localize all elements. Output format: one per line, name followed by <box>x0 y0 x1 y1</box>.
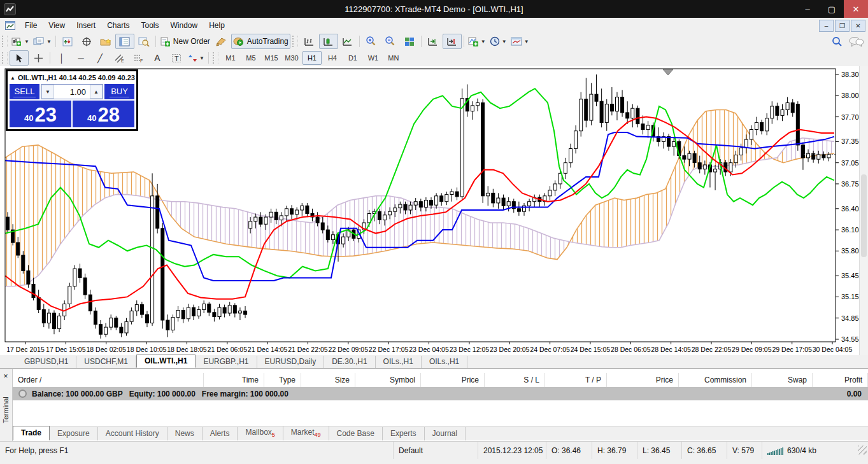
community-chat-icon[interactable] <box>849 36 864 47</box>
menu-file[interactable]: File <box>19 19 43 32</box>
timeframe-m1[interactable]: M1 <box>221 51 240 65</box>
chart-shift-button[interactable] <box>443 34 462 49</box>
sell-button[interactable]: SELL <box>10 84 39 99</box>
cursor-tool-button[interactable] <box>10 50 29 66</box>
panel-collapse-icon[interactable]: ▲ <box>10 75 15 81</box>
buy-price[interactable]: 4028 <box>73 101 134 127</box>
toolbar-grip[interactable] <box>292 36 298 47</box>
horizontal-line-tool-button[interactable]: ─ <box>71 50 90 66</box>
column-header-symbol[interactable]: Symbol <box>355 373 421 387</box>
mdi-close-button[interactable]: ✕ <box>851 20 865 32</box>
market-watch-button[interactable] <box>58 34 77 49</box>
scrollbar-thumb[interactable] <box>861 174 867 257</box>
terminal-side-tab[interactable]: Terminal <box>0 369 13 442</box>
templates-button[interactable]: ▼ <box>509 34 531 49</box>
maximize-button[interactable]: ▢ <box>820 0 844 18</box>
auto-scroll-button[interactable] <box>423 34 443 49</box>
zoom-out-button[interactable] <box>381 34 400 49</box>
chart-tab-eurusd-daily[interactable]: EURUSD,Daily <box>257 356 325 368</box>
column-header-price[interactable]: Price <box>607 373 679 387</box>
new-chart-button[interactable]: ▼ <box>10 34 31 49</box>
bar-chart-button[interactable] <box>300 34 319 49</box>
tile-windows-button[interactable] <box>400 34 419 49</box>
timeframe-m5[interactable]: M5 <box>241 51 260 65</box>
chart-tab-oil-wti-h1[interactable]: OIL.WTI.,H1 <box>136 355 196 368</box>
menu-help[interactable]: Help <box>203 19 231 32</box>
crosshair-tool-button[interactable] <box>29 50 48 66</box>
chart-tab-gbpusd-h1[interactable]: GBPUSD,H1 <box>17 356 76 368</box>
timeframe-h1[interactable]: H1 <box>302 51 322 65</box>
menu-tools[interactable]: Tools <box>136 19 165 32</box>
terminal-tab-journal[interactable]: Journal <box>425 427 466 440</box>
volume-value[interactable]: 1.00 <box>54 85 90 99</box>
chart-tab-eurgbp-h1[interactable]: EURGBP.,H1 <box>196 356 257 368</box>
profiles-button[interactable]: ▼ <box>31 34 53 49</box>
terminal-tab-alerts[interactable]: Alerts <box>203 427 238 440</box>
column-header-commission[interactable]: Commission <box>679 373 752 387</box>
chart-area[interactable]: 38.3038.0037.7037.3537.0536.7536.4036.10… <box>0 66 868 355</box>
menu-insert[interactable]: Insert <box>71 19 101 32</box>
line-chart-button[interactable] <box>338 34 357 49</box>
toolbar-grip[interactable] <box>2 36 8 47</box>
column-header-size[interactable]: Size <box>301 373 355 387</box>
mdi-restore-button[interactable]: ❐ <box>835 20 850 32</box>
menu-charts[interactable]: Charts <box>101 19 135 32</box>
chart-shift-marker[interactable] <box>663 69 673 75</box>
column-header-order-[interactable]: Order / <box>13 373 204 387</box>
terminal-tab-account-history[interactable]: Account History <box>98 427 167 440</box>
chart-style-button[interactable] <box>212 34 231 49</box>
column-header-price[interactable]: Price <box>421 373 485 387</box>
menu-window[interactable]: Window <box>165 19 204 32</box>
terminal-tab-trade[interactable]: Trade <box>13 426 50 440</box>
column-header-profit[interactable]: Profit <box>813 373 868 387</box>
buy-button[interactable]: BUY <box>104 84 134 99</box>
chart-tab-de-30-h1[interactable]: DE.30.,H1 <box>324 356 375 368</box>
menu-view[interactable]: View <box>43 19 71 32</box>
timeframe-m30[interactable]: M30 <box>282 51 301 65</box>
zoom-in-button[interactable] <box>362 34 381 49</box>
volume-decrease-button[interactable]: ▼ <box>41 85 54 99</box>
new-order-button[interactable]: New Order <box>158 34 212 49</box>
timeframe-d1[interactable]: D1 <box>343 51 362 65</box>
chart-tab-oils-h1[interactable]: OILs.,H1 <box>376 356 422 368</box>
volume-increase-button[interactable]: ▲ <box>90 85 103 99</box>
minimize-button[interactable]: – <box>795 0 820 18</box>
column-header-s-l[interactable]: S / L <box>485 373 545 387</box>
terminal-tab-news[interactable]: News <box>167 427 203 440</box>
terminal-tab-code-base[interactable]: Code Base <box>329 427 383 440</box>
terminal-tab-mailbox[interactable]: Mailbox5 <box>238 426 283 440</box>
trendline-tool-button[interactable]: ╱ <box>90 50 110 66</box>
terminal-tab-market[interactable]: Market49 <box>283 426 329 440</box>
column-header-t-p[interactable]: T / P <box>545 373 607 387</box>
close-button[interactable]: ✕ <box>844 0 868 18</box>
data-window-button[interactable] <box>77 34 96 49</box>
fibonacci-tool-button[interactable]: F <box>129 50 148 66</box>
autotrading-button[interactable]: AutoTrading <box>231 34 290 49</box>
strategy-tester-button[interactable] <box>134 34 153 49</box>
chart-tab-oils-h1[interactable]: OILs.,H1 <box>422 356 467 368</box>
chart-tab-usdchf-m1[interactable]: USDCHF,M1 <box>76 356 136 368</box>
timeframe-mn[interactable]: MN <box>384 51 403 65</box>
toolbar-grip[interactable] <box>2 52 8 64</box>
timeframe-h4[interactable]: H4 <box>323 51 342 65</box>
arrows-tool-button[interactable]: ▼ <box>186 50 206 66</box>
column-header-time[interactable]: Time <box>204 373 264 387</box>
terminal-close-icon[interactable]: ✕ <box>2 372 10 380</box>
vertical-line-tool-button[interactable]: │ <box>52 50 71 66</box>
terminal-tab-experts[interactable]: Experts <box>383 427 425 440</box>
resize-grip[interactable] <box>858 446 867 454</box>
terminal-tab-exposure[interactable]: Exposure <box>50 427 98 440</box>
periods-button[interactable]: ▼ <box>488 34 509 49</box>
indicators-button[interactable]: ▼ <box>466 34 488 49</box>
text-tool-button[interactable]: A <box>148 50 167 66</box>
column-header-swap[interactable]: Swap <box>752 373 813 387</box>
navigator-button[interactable] <box>96 34 115 49</box>
column-header-type[interactable]: Type <box>264 373 301 387</box>
mdi-minimize-button[interactable]: – <box>819 20 834 32</box>
channel-tool-button[interactable]: E <box>110 50 129 66</box>
sell-price[interactable]: 4023 <box>10 101 71 127</box>
search-icon[interactable] <box>832 36 843 47</box>
toolbar-grip[interactable] <box>213 52 218 64</box>
candlestick-chart-button[interactable] <box>319 34 338 49</box>
timeframe-m15[interactable]: M15 <box>262 51 281 65</box>
